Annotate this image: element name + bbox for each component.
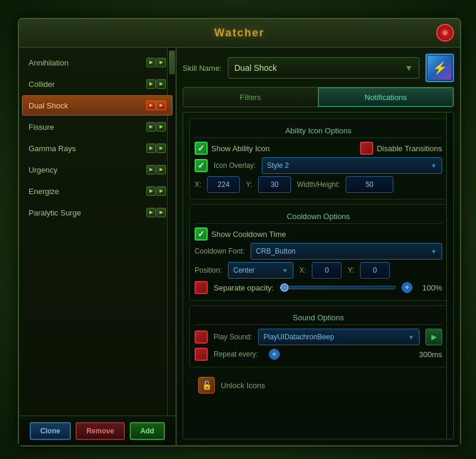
ability-icon-row1: Show Ability Icon Disable Transitions — [195, 140, 442, 156]
sidebar-item-energize[interactable]: Energize ▶ ▶ — [22, 181, 173, 201]
remove-button[interactable]: Remove — [76, 422, 125, 440]
play-sound-check[interactable] — [195, 330, 208, 344]
y-input[interactable]: 30 — [258, 176, 291, 193]
sound-row1: Play Sound: PlayUIDatachronBeep ▼ ▶ — [195, 327, 442, 346]
ability-icon-row3: X: 224 Y: 30 Width/Height: 50 — [195, 175, 442, 194]
window-title: Watcher — [214, 27, 264, 39]
sidebar: Annihilation ▶ ▶ Collider ▶ ▶ Dual Shock… — [19, 48, 177, 445]
show-icon-check — [195, 142, 208, 155]
show-icon-checkbox[interactable]: Show Ability Icon — [195, 142, 270, 155]
skill-icon-box — [425, 54, 454, 82]
sidebar-item-urgency[interactable]: Urgency ▶ ▶ — [22, 160, 173, 180]
arrow-left-urgency[interactable]: ▶ — [146, 165, 156, 174]
icon-overlay-label: Icon Overlay: — [214, 161, 256, 170]
skill-arrows-urgency: ▶ ▶ — [146, 165, 166, 174]
position-y-input[interactable]: 0 — [360, 262, 390, 279]
x-input[interactable]: 224 — [207, 176, 240, 193]
sidebar-item-paralyticsurge[interactable]: Paralytic Surge ▶ ▶ — [22, 202, 173, 223]
skill-name-dropdown[interactable]: Dual Shock ▼ — [228, 57, 419, 79]
separate-opacity-label: Separate opacity: — [214, 283, 274, 292]
cooldown-section: Cooldown Options Show Cooldown Time Cool… — [189, 204, 447, 301]
ability-icon-section: Ability Icon Options Show Ability Icon D… — [189, 118, 447, 199]
clone-button[interactable]: Clone — [30, 422, 71, 440]
show-icon-label: Show Ability Icon — [211, 144, 270, 153]
arrow-left-dualshock[interactable]: ▶ — [146, 101, 156, 110]
dropdown-arrow-icon: ▼ — [405, 63, 413, 73]
opacity-plus-icon[interactable]: + — [402, 282, 412, 293]
arrow-right-energize[interactable]: ▶ — [156, 186, 166, 196]
skill-icon — [428, 56, 452, 80]
cooldown-font-dropdown[interactable]: CRB_Button ▼ — [250, 243, 442, 260]
sidebar-item-fissure[interactable]: Fissure ▶ ▶ — [22, 117, 173, 137]
wh-label: Width/Height: — [297, 180, 340, 189]
skill-arrows-dualshock: ▶ ▶ — [146, 101, 166, 110]
icon-overlay-check — [195, 159, 208, 172]
panel-area: Ability Icon Options Show Ability Icon D… — [183, 112, 454, 439]
arrow-left-energize[interactable]: ▶ — [146, 186, 156, 196]
arrow-right-dualshock[interactable]: ▶ — [156, 101, 166, 110]
cooldown-row2: Cooldown Font: CRB_Button ▼ — [195, 242, 442, 261]
ability-icon-row2: Icon Overlay: Style 2 ▼ — [195, 156, 442, 175]
opacity-slider[interactable] — [280, 286, 396, 289]
disable-transitions-checkbox[interactable]: Disable Transitions — [360, 142, 442, 155]
ability-icon-title: Ability Icon Options — [195, 124, 442, 138]
show-cooldown-label: Show Cooldown Time — [211, 230, 286, 239]
arrow-left-gammarays[interactable]: ▶ — [146, 143, 156, 153]
arrow-left-fissure[interactable]: ▶ — [146, 122, 156, 132]
repeat-plus-icon[interactable]: + — [269, 349, 280, 360]
position-dropdown[interactable]: Center ▼ — [228, 262, 293, 279]
close-button[interactable] — [436, 24, 454, 42]
y-label: Y: — [246, 180, 252, 189]
arrow-left-paralyticsurge[interactable]: ▶ — [146, 208, 156, 217]
overlay-dropdown-arrow-icon: ▼ — [431, 163, 437, 169]
sidebar-item-annihilation[interactable]: Annihilation ▶ ▶ — [22, 52, 173, 73]
play-sound-label: Play Sound: — [214, 333, 252, 341]
position-x-input[interactable]: 0 — [312, 262, 342, 279]
unlock-icon — [198, 377, 215, 394]
repeat-value: 300ms — [412, 350, 442, 359]
disable-transitions-check — [360, 142, 373, 155]
skill-arrows-energize: ▶ ▶ — [146, 186, 166, 196]
cooldown-row4: Separate opacity: + 100% — [195, 280, 442, 295]
separate-opacity-check[interactable] — [195, 281, 208, 294]
sound-row2: Repeat every: + 300ms — [195, 346, 442, 362]
opacity-slider-thumb[interactable] — [280, 283, 289, 292]
arrow-right-gammarays[interactable]: ▶ — [156, 143, 166, 153]
arrow-right-urgency[interactable]: ▶ — [156, 165, 166, 174]
font-dropdown-arrow-icon: ▼ — [431, 248, 437, 255]
sidebar-item-dualshock[interactable]: Dual Shock ▶ ▶ — [22, 95, 173, 115]
arrow-right-paralyticsurge[interactable]: ▶ — [156, 208, 166, 217]
cooldown-title: Cooldown Options — [195, 210, 442, 224]
tab-filters[interactable]: Filters — [183, 88, 318, 107]
skill-arrows-fissure: ▶ ▶ — [146, 122, 166, 132]
x-label: X: — [195, 180, 201, 189]
sound-title: Sound Options — [195, 311, 442, 325]
wh-input[interactable]: 50 — [346, 176, 393, 193]
arrow-left-annihilation[interactable]: ▶ — [146, 58, 156, 67]
app-window: Watcher Annihilation ▶ ▶ Collider ▶ ▶ — [18, 18, 461, 446]
position-x-label: X: — [299, 266, 306, 274]
show-cooldown-checkbox[interactable]: Show Cooldown Time — [195, 227, 286, 241]
add-button[interactable]: Add — [130, 422, 165, 440]
cooldown-row3: Position: Center ▼ X: 0 Y: 0 — [195, 261, 442, 280]
repeat-check[interactable] — [195, 348, 208, 361]
cooldown-row1: Show Cooldown Time — [195, 226, 442, 242]
tab-notifications[interactable]: Notifications — [318, 88, 454, 107]
skill-name-label: Skill Name: — [183, 64, 222, 73]
icon-overlay-dropdown[interactable]: Style 2 ▼ — [262, 157, 442, 174]
position-label: Position: — [195, 266, 222, 274]
panel-scrollbar[interactable] — [446, 113, 453, 439]
arrow-left-collider[interactable]: ▶ — [146, 79, 156, 89]
play-sound-button[interactable]: ▶ — [425, 329, 442, 345]
sidebar-item-collider[interactable]: Collider ▶ ▶ — [22, 74, 173, 94]
right-panel: Skill Name: Dual Shock ▼ Filters Notific… — [177, 48, 460, 445]
arrow-right-collider[interactable]: ▶ — [156, 79, 166, 89]
unlock-label[interactable]: Unlock Icons — [221, 381, 265, 390]
tabs-row: Filters Notifications — [183, 87, 454, 107]
sidebar-item-gammarays[interactable]: Gamma Rays ▶ ▶ — [22, 138, 173, 158]
skill-name-value: Dual Shock — [234, 63, 277, 73]
sound-dropdown[interactable]: PlayUIDatachronBeep ▼ — [258, 329, 419, 345]
disable-transitions-label: Disable Transitions — [377, 144, 442, 153]
arrow-right-annihilation[interactable]: ▶ — [156, 58, 166, 67]
arrow-right-fissure[interactable]: ▶ — [156, 122, 166, 132]
